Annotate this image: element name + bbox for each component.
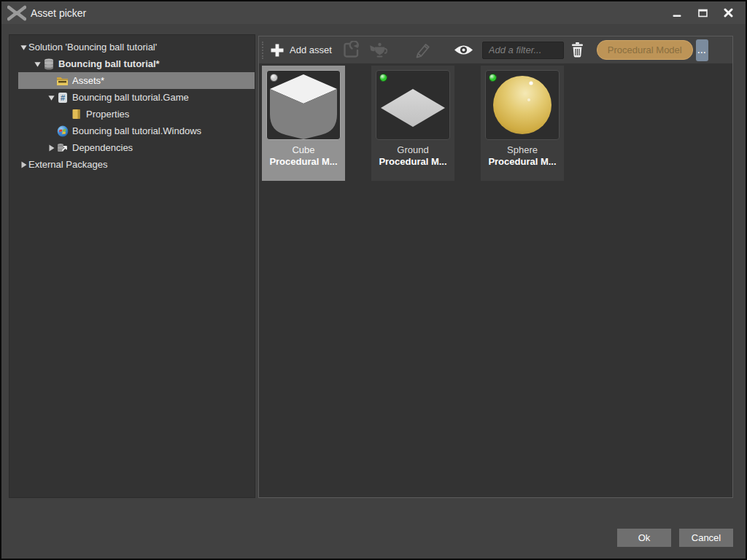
svg-text:#: # [60,93,64,102]
asset-name: Cube [262,144,345,155]
tree-item-solution-bouncing-ball-tutorial[interactable]: Solution 'Bouncing ball tutorial' [18,39,255,55]
filter-input[interactable] [482,42,564,59]
cancel-button[interactable]: Cancel [679,529,733,547]
cancel-button-label: Cancel [692,532,721,543]
expanded-arrow-icon[interactable] [32,59,42,69]
asset-tile-cube[interactable]: CubeProcedural M... [262,66,345,181]
dependencies-icon [56,142,69,154]
add-sample-asset-button[interactable] [365,39,393,61]
asset-picker-dialog: Asset picker Solution 'Bouncing ball tut… [0,0,747,560]
csharp-project-icon: # [56,92,69,104]
import-asset-button[interactable] [338,39,365,61]
tree-item-label: Dependencies [72,142,137,153]
asset-type-label: Procedural M... [481,155,564,168]
asset-browser-panel: Add asset [258,36,733,498]
status-dot [379,74,387,82]
teapot-icon [369,42,389,58]
ok-button[interactable]: Ok [617,529,671,547]
expander-spacer [46,76,56,86]
cube-thumbnail [266,70,341,140]
asset-name: Sphere [481,144,564,155]
ok-button-label: Ok [638,532,651,543]
expander-spacer [60,109,70,120]
tree-item-label: Bouncing ball tutorial.Windows [72,125,206,136]
tree-item-label: Bouncing ball tutorial.Game [72,92,193,103]
minimize-button[interactable] [669,5,685,21]
status-dot [270,74,278,82]
asset-type-label: Procedural M... [371,155,454,168]
sphere-thumbnail [485,70,560,140]
assets-folder-icon [56,75,69,87]
status-dot [489,74,497,82]
tree-item-external-packages[interactable]: External Packages [18,156,255,173]
delete-button[interactable] [567,39,588,61]
asset-toolbar: Add asset [259,36,732,63]
asset-name: Ground [371,144,454,155]
filter-tag-procedural-model[interactable]: Procedural Model [597,40,693,60]
expanded-arrow-icon[interactable] [46,93,56,103]
more-filters-button[interactable]: ... [696,39,708,61]
tree-item-bouncing-ball-tutorial-windows[interactable]: Bouncing ball tutorial.Windows [18,122,255,139]
eye-icon [454,44,473,56]
windows-icon [56,125,69,137]
maximize-button[interactable] [694,5,711,21]
expanded-arrow-icon[interactable] [18,42,28,52]
filter-tag-label: Procedural Model [608,44,682,55]
ground-thumbnail [376,70,450,140]
title-bar: Asset picker [1,1,746,24]
asset-grid: CubeProcedural M...GroundProcedural M...… [259,63,732,181]
solution-tree-panel: Solution 'Bouncing ball tutorial'Bouncin… [9,34,255,498]
plus-icon [270,43,285,58]
window-title: Asset picker [31,7,86,19]
tree-item-label: Assets* [72,75,109,86]
expander-spacer [46,126,56,136]
tree-item-dependencies[interactable]: Dependencies [18,139,255,156]
asset-tile-ground[interactable]: GroundProcedural M... [371,66,454,181]
collapsed-arrow-icon[interactable] [18,160,28,170]
add-asset-label: Add asset [290,44,332,55]
tree-item-bouncing-ball-tutorial-game[interactable]: #Bouncing ball tutorial.Game [18,89,255,106]
ellipsis-icon: ... [697,46,706,55]
add-asset-button[interactable]: Add asset [266,39,336,61]
asset-tile-sphere[interactable]: SphereProcedural M... [481,66,564,181]
pencil-icon [412,40,432,60]
tree-item-label: Solution 'Bouncing ball tutorial' [28,42,161,52]
asset-type-label: Procedural M... [262,155,345,168]
tree-item-assets[interactable]: Assets* [18,72,255,89]
trash-icon [571,42,584,58]
tree-item-label: Bouncing ball tutorial* [58,58,164,69]
tree-item-label: Properties [86,109,133,120]
preview-toggle-button[interactable] [449,39,478,61]
tree-item-properties[interactable]: Properties [18,106,255,122]
import-icon [342,41,360,59]
tree-item-label: External Packages [28,159,112,170]
app-logo-icon [7,5,26,21]
folder-icon [70,109,82,120]
close-button[interactable] [720,5,736,21]
edit-asset-button[interactable] [408,39,436,61]
package-icon [42,58,55,70]
tree-item-bouncing-ball-tutorial[interactable]: Bouncing ball tutorial* [18,55,255,72]
collapsed-arrow-icon[interactable] [46,143,56,153]
toolbar-grip[interactable] [262,42,263,59]
